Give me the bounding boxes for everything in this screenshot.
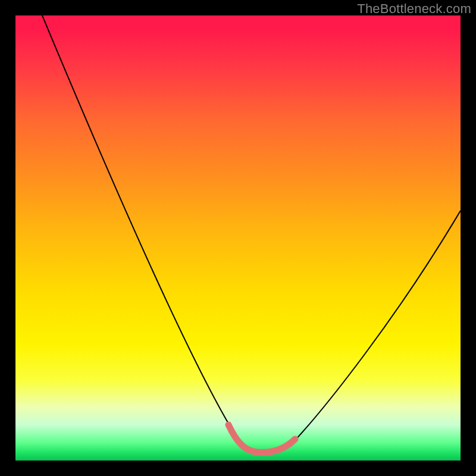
curve-path [42, 15, 461, 453]
chart-plot-area [15, 15, 461, 461]
watermark-label: TheBottleneck.com [357, 1, 471, 17]
bottleneck-curve [15, 15, 461, 461]
chart-frame: TheBottleneck.com [0, 0, 476, 476]
curve-valley-highlight [228, 425, 295, 452]
